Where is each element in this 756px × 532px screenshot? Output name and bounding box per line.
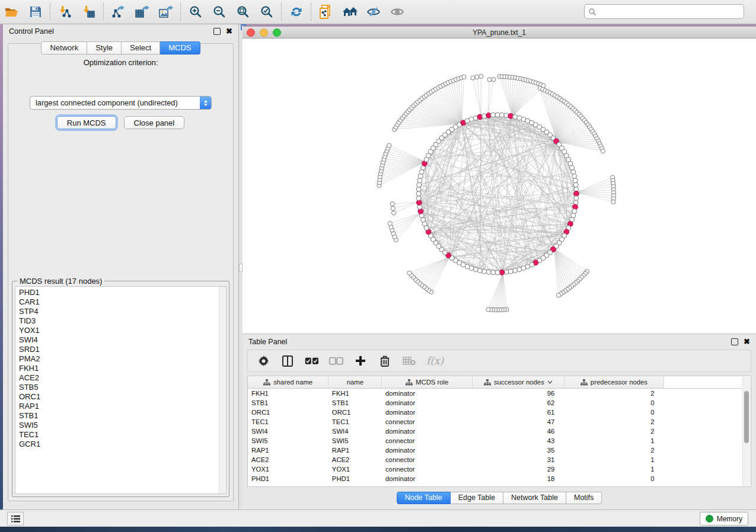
cell-mcds_role[interactable]: connector	[382, 464, 473, 474]
cell-shared_name[interactable]: TEC1	[248, 417, 328, 427]
table-row-RAP1[interactable]: RAP1RAP1dominator352	[248, 446, 751, 455]
cell-shared_name[interactable]: PHD1	[248, 474, 328, 483]
cell-predecessor_nodes[interactable]: 2	[564, 446, 664, 455]
task-history-button[interactable]	[7, 512, 24, 525]
add-column-plus-icon[interactable]	[353, 353, 368, 368]
close-icon[interactable]: ✖	[226, 28, 232, 34]
memory-button[interactable]: Memory	[700, 512, 748, 525]
result-node-item[interactable]: ACE2	[19, 373, 226, 383]
cell-successor_nodes[interactable]: 47	[472, 417, 564, 427]
column-header-predecessor-nodes[interactable]: predecessor nodes	[564, 376, 664, 389]
float-window-icon[interactable]	[213, 28, 221, 35]
result-node-item[interactable]: TEC1	[19, 430, 226, 440]
zoom-in-icon[interactable]	[184, 2, 208, 22]
export-network-icon[interactable]	[107, 2, 130, 22]
cell-predecessor_nodes[interactable]: 0	[564, 408, 664, 417]
export-table-icon[interactable]	[130, 2, 154, 22]
cell-shared_name[interactable]: FKH1	[248, 389, 328, 399]
cell-name[interactable]: SWI5	[328, 436, 382, 446]
cell-shared_name[interactable]: ORC1	[248, 408, 328, 417]
result-node-item[interactable]: ORC1	[19, 392, 226, 402]
cell-successor_nodes[interactable]: 18	[472, 474, 564, 483]
save-session-icon[interactable]	[24, 2, 47, 22]
show-columns-icon[interactable]	[280, 353, 295, 368]
column-header-MCDS-role[interactable]: MCDS role	[382, 376, 473, 389]
run-mcds-button[interactable]: Run MCDS	[57, 116, 116, 129]
result-node-item[interactable]: SWI5	[19, 421, 226, 430]
export-image-icon[interactable]	[154, 2, 178, 22]
result-node-item[interactable]: PMA2	[19, 354, 226, 364]
result-node-item[interactable]: SWI4	[19, 335, 226, 345]
table-settings-gear-icon[interactable]	[256, 353, 270, 368]
table-row-SWI4[interactable]: SWI4SWI4dominator462	[248, 427, 751, 436]
cell-shared_name[interactable]: RAP1	[248, 446, 328, 455]
cell-successor_nodes[interactable]: 46	[472, 427, 564, 436]
cell-predecessor_nodes[interactable]: 2	[564, 427, 664, 436]
refresh-icon[interactable]	[285, 2, 308, 22]
cell-name[interactable]: TEC1	[328, 417, 382, 427]
import-network-icon[interactable]	[53, 2, 77, 22]
result-node-item[interactable]: STB1	[19, 411, 226, 421]
close-panel-button[interactable]: Close panel	[124, 116, 185, 129]
result-node-item[interactable]: SRD1	[19, 345, 226, 354]
table-row-TEC1[interactable]: TEC1TEC1connector472	[248, 417, 751, 427]
result-node-item[interactable]: TID3	[19, 316, 226, 326]
cell-mcds_role[interactable]: dominator	[382, 408, 473, 417]
table-row-ORC1[interactable]: ORC1ORC1dominator610	[248, 408, 751, 417]
close-icon[interactable]: ✖	[744, 339, 750, 345]
float-window-icon[interactable]	[731, 338, 738, 345]
zoom-traffic-light[interactable]	[273, 28, 281, 37]
cell-shared_name[interactable]: STB1	[248, 398, 328, 408]
search-input[interactable]	[596, 5, 744, 18]
cell-shared_name[interactable]: SWI5	[248, 436, 328, 446]
column-header-successor-nodes[interactable]: successor nodes	[472, 376, 564, 389]
cell-successor_nodes[interactable]: 43	[472, 436, 564, 446]
close-traffic-light[interactable]	[247, 28, 255, 37]
table-row-FKH1[interactable]: FKH1FKH1dominator962	[248, 389, 751, 399]
delete-column-trash-icon[interactable]	[378, 353, 392, 368]
result-node-item[interactable]: STB5	[19, 383, 226, 392]
cell-mcds_role[interactable]: dominator	[382, 474, 473, 483]
tab-mcds[interactable]: MCDS	[160, 41, 200, 55]
cell-name[interactable]: YOX1	[328, 464, 382, 474]
houses-icon[interactable]	[338, 2, 362, 22]
cell-successor_nodes[interactable]: 35	[472, 446, 564, 455]
search-box[interactable]	[584, 4, 744, 19]
cell-shared_name[interactable]: SWI4	[248, 427, 328, 436]
cell-shared_name[interactable]: YOX1	[248, 464, 328, 474]
tab-edge-table[interactable]: Edge Table	[451, 492, 503, 504]
zoom-selected-icon[interactable]	[255, 2, 279, 22]
cell-successor_nodes[interactable]: 96	[472, 389, 564, 399]
cell-mcds_role[interactable]: connector	[382, 455, 473, 464]
cell-predecessor_nodes[interactable]: 0	[564, 398, 664, 408]
cell-predecessor_nodes[interactable]: 1	[564, 455, 664, 464]
cell-shared_name[interactable]: ACE2	[248, 455, 328, 464]
cell-predecessor_nodes[interactable]: 1	[564, 436, 664, 446]
select-all-checkboxes-icon[interactable]	[305, 353, 319, 368]
result-node-item[interactable]: GCR1	[19, 440, 226, 449]
show-details-eye-icon[interactable]	[385, 2, 409, 22]
network-graph[interactable]	[243, 39, 756, 334]
tab-select[interactable]: Select	[122, 41, 160, 55]
tab-node-table[interactable]: Node Table	[397, 492, 451, 504]
cell-successor_nodes[interactable]: 31	[472, 455, 564, 464]
network-canvas[interactable]	[243, 39, 756, 334]
cell-predecessor_nodes[interactable]: 1	[564, 464, 664, 474]
cell-mcds_role[interactable]: dominator	[382, 427, 473, 436]
cell-predecessor_nodes[interactable]: 2	[564, 417, 664, 427]
column-header-shared-name[interactable]: shared name	[248, 376, 328, 389]
result-node-item[interactable]: RAP1	[19, 402, 226, 411]
table-row-ACE2[interactable]: ACE2ACE2connector311	[248, 455, 751, 464]
result-node-item[interactable]: STP4	[19, 307, 226, 316]
network-window-titlebar[interactable]: YPA_prune.txt_1	[243, 27, 756, 39]
cell-mcds_role[interactable]: dominator	[382, 446, 473, 455]
cell-name[interactable]: STB1	[328, 398, 382, 408]
mcds-result-list[interactable]: PHD1CAR1STP4TID3YOX1SWI4SRD1PMA2FKH1ACE2…	[15, 286, 227, 494]
new-network-from-selection-icon[interactable]	[314, 2, 338, 22]
result-node-item[interactable]: PHD1	[19, 288, 226, 297]
cell-name[interactable]: PHD1	[328, 474, 382, 483]
result-node-item[interactable]: CAR1	[19, 297, 226, 307]
result-list-scrollbar[interactable]	[219, 287, 226, 493]
optimization-criterion-select[interactable]: largest connected component (undirected)	[30, 96, 212, 110]
cell-mcds_role[interactable]: dominator	[382, 398, 473, 408]
